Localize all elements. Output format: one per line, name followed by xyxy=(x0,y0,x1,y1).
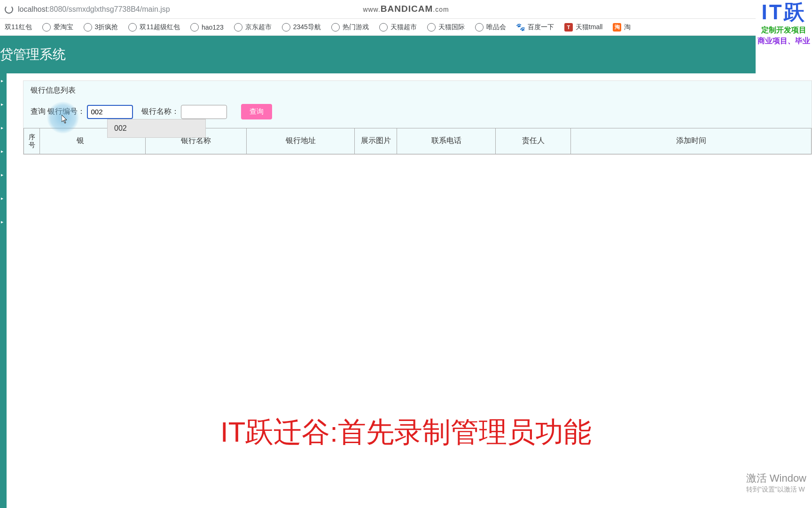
globe-icon xyxy=(190,23,199,32)
app-title: 贷管理系统 xyxy=(0,46,66,64)
bookmark-item[interactable]: 唯品会 xyxy=(475,23,506,32)
bookmark-item[interactable]: 双11超级红包 xyxy=(128,23,180,32)
bandicam-watermark: www.BANDICAM.com xyxy=(363,4,449,14)
sidebar: ▸ ▸ ▸ ▸ ▸ ▸ ▸ xyxy=(0,73,7,508)
chevron-right-icon[interactable]: ▸ xyxy=(1,125,3,130)
col-phone: 联系电话 xyxy=(397,128,496,154)
reload-icon[interactable] xyxy=(5,5,13,14)
bank-no-label: 查询 银行编号： xyxy=(31,107,85,117)
search-button[interactable]: 查询 xyxy=(241,104,272,119)
bookmark-item[interactable]: T天猫tmall xyxy=(564,23,603,32)
bookmark-item[interactable]: 淘淘 xyxy=(613,23,631,32)
chevron-right-icon[interactable]: ▸ xyxy=(1,78,3,83)
bank-no-input[interactable] xyxy=(87,105,133,119)
autocomplete-dropdown: 002 xyxy=(107,119,206,138)
chevron-right-icon[interactable]: ▸ xyxy=(1,172,3,177)
col-seq: 序号 xyxy=(24,128,40,154)
chevron-right-icon[interactable]: ▸ xyxy=(1,149,3,154)
globe-icon xyxy=(331,23,340,32)
col-image: 展示图片 xyxy=(355,128,397,154)
tmall-icon: T xyxy=(564,23,573,32)
logo-text: IT跃 xyxy=(756,2,812,23)
bookmark-item[interactable]: 热门游戏 xyxy=(331,23,369,32)
logo-subtitle-1: 定制开发项目 xyxy=(756,25,812,35)
chevron-right-icon[interactable]: ▸ xyxy=(1,196,3,201)
col-add-time: 添加时间 xyxy=(571,128,812,154)
activation-line2: 转到"设置"以激活 W xyxy=(746,485,806,494)
logo-overlay: IT跃 定制开发项目 商业项目、毕业 xyxy=(756,0,812,73)
globe-icon xyxy=(128,23,137,32)
chevron-right-icon[interactable]: ▸ xyxy=(1,102,3,107)
url-text[interactable]: localhost:8080/ssmxdglxthsg7738B4/main.j… xyxy=(18,5,170,14)
search-row: 查询 银行编号： 银行名称： 查询 002 xyxy=(23,100,812,128)
bookmark-item[interactable]: hao123 xyxy=(190,23,224,32)
app-header: 贷管理系统 当前用户：admin xyxy=(0,36,812,73)
bookmark-item[interactable]: 2345导航 xyxy=(282,23,321,32)
globe-icon xyxy=(282,23,290,32)
bookmark-item[interactable]: 双11红包 xyxy=(5,23,32,32)
windows-activation-notice: 激活 Window 转到"设置"以激活 W xyxy=(746,471,806,494)
chevron-right-icon[interactable]: ▸ xyxy=(1,219,3,224)
logo-subtitle-2: 商业项目、毕业 xyxy=(756,36,812,46)
globe-icon xyxy=(427,23,436,32)
bookmarks-bar: 双11红包 爱淘宝 3折疯抢 双11超级红包 hao123 京东超市 2345导… xyxy=(0,19,812,36)
bookmark-item[interactable]: 爱淘宝 xyxy=(42,23,73,32)
bank-name-input[interactable] xyxy=(181,105,227,119)
globe-icon xyxy=(379,23,388,32)
bookmark-item[interactable]: 3折疯抢 xyxy=(84,23,118,32)
video-caption: IT跃迁谷:首先录制管理员功能 xyxy=(220,413,592,452)
col-bank-addr: 银行地址 xyxy=(247,128,355,154)
globe-icon xyxy=(234,23,242,32)
bookmark-item[interactable]: 京东超市 xyxy=(234,23,272,32)
col-person: 责任人 xyxy=(496,128,571,154)
taobao-icon: 淘 xyxy=(613,23,621,32)
activation-line1: 激活 Window xyxy=(746,471,806,485)
autocomplete-item[interactable]: 002 xyxy=(108,119,205,137)
bank-info-panel: 银行信息列表 查询 银行编号： 银行名称： 查询 002 序号 银 银行名称 银… xyxy=(23,80,812,155)
panel-title: 银行信息列表 xyxy=(23,81,812,100)
bookmark-item[interactable]: 🐾百度一下 xyxy=(516,23,554,32)
bank-name-label: 银行名称： xyxy=(141,107,179,117)
bookmark-item[interactable]: 天猫超市 xyxy=(379,23,417,32)
globe-icon xyxy=(475,23,484,32)
baidu-icon: 🐾 xyxy=(516,23,525,32)
globe-icon xyxy=(84,23,92,32)
globe-icon xyxy=(42,23,51,32)
bookmark-item[interactable]: 天猫国际 xyxy=(427,23,465,32)
